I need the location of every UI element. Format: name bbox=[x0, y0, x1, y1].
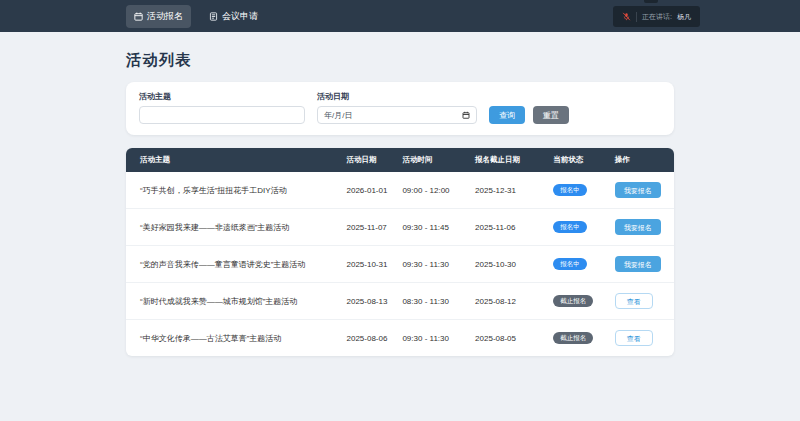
nav-tab-meeting-request[interactable]: 会议申请 bbox=[201, 5, 266, 28]
status-cell: 截止报名 bbox=[545, 320, 607, 357]
nav-tab-activity-signup[interactable]: 活动报名 bbox=[126, 5, 191, 28]
status-cell: 报名中 bbox=[545, 209, 607, 246]
nav-tab-label: 活动报名 bbox=[147, 10, 183, 23]
filter-panel: 活动主题 活动日期 年/月/日 查询 重置 bbox=[126, 82, 674, 135]
activity-date-cell: 2025-08-13 bbox=[338, 283, 394, 320]
column-header-4: 当前状态 bbox=[545, 148, 607, 172]
activity-topic-cell: “新时代成就我来赞——城市规划馆”主题活动 bbox=[126, 283, 338, 320]
status-cell: 报名中 bbox=[545, 172, 607, 209]
deadline-cell: 2025-08-12 bbox=[467, 283, 545, 320]
calendar-icon[interactable] bbox=[462, 111, 470, 119]
column-header-2: 活动时间 bbox=[394, 148, 467, 172]
date-filter-input[interactable]: 年/月/日 bbox=[317, 106, 477, 124]
column-header-0: 活动主题 bbox=[126, 148, 338, 172]
table-row: “党的声音我来传——童言童语讲党史”主题活动 2025-10-31 09:30 … bbox=[126, 246, 674, 283]
row-action-button[interactable]: 查看 bbox=[615, 330, 653, 346]
activity-time-cell: 09:30 - 11:30 bbox=[394, 246, 467, 283]
activity-time-cell: 09:00 - 12:00 bbox=[394, 172, 467, 209]
activity-date-cell: 2026-01-01 bbox=[338, 172, 394, 209]
table-row: “美好家园我来建——非遗纸浆画”主题活动 2025-11-07 09:30 - … bbox=[126, 209, 674, 246]
activity-time-cell: 08:30 - 11:30 bbox=[394, 283, 467, 320]
activity-time-cell: 09:30 - 11:45 bbox=[394, 209, 467, 246]
reset-button[interactable]: 重置 bbox=[533, 106, 569, 124]
deadline-cell: 2025-11-06 bbox=[467, 209, 545, 246]
activity-table-card: 活动主题活动日期活动时间报名截止日期当前状态操作 “巧手共创，乐享生活”扭扭花手… bbox=[126, 148, 674, 356]
topic-filter-label: 活动主题 bbox=[139, 91, 305, 102]
mic-off-icon bbox=[622, 12, 631, 21]
action-cell: 我要报名 bbox=[607, 209, 674, 246]
speaking-status-name: 杨凡 bbox=[677, 12, 691, 22]
query-button[interactable]: 查询 bbox=[489, 106, 525, 124]
activity-date-cell: 2025-08-06 bbox=[338, 320, 394, 357]
divider bbox=[636, 12, 637, 22]
deadline-cell: 2025-12-31 bbox=[467, 172, 545, 209]
status-badge: 报名中 bbox=[553, 184, 587, 196]
topic-filter-input[interactable] bbox=[139, 106, 305, 124]
status-badge: 报名中 bbox=[553, 221, 587, 233]
table-row: “巧手共创，乐享生活”扭扭花手工DIY活动 2026-01-01 09:00 -… bbox=[126, 172, 674, 209]
deadline-cell: 2025-10-30 bbox=[467, 246, 545, 283]
row-action-button[interactable]: 查看 bbox=[615, 293, 653, 309]
table-body: “巧手共创，乐享生活”扭扭花手工DIY活动 2026-01-01 09:00 -… bbox=[126, 172, 674, 356]
page-title: 活动列表 bbox=[126, 51, 674, 70]
activity-date-cell: 2025-11-07 bbox=[338, 209, 394, 246]
status-badge: 截止报名 bbox=[553, 332, 593, 344]
activity-topic-cell: “党的声音我来传——童言童语讲党史”主题活动 bbox=[126, 246, 338, 283]
date-filter-label: 活动日期 bbox=[317, 91, 477, 102]
status-cell: 报名中 bbox=[545, 246, 607, 283]
calendar-check-icon bbox=[134, 12, 143, 21]
activity-date-cell: 2025-10-31 bbox=[338, 246, 394, 283]
activity-table: 活动主题活动日期活动时间报名截止日期当前状态操作 “巧手共创，乐享生活”扭扭花手… bbox=[126, 148, 674, 356]
action-cell: 查看 bbox=[607, 320, 674, 357]
row-action-button[interactable]: 我要报名 bbox=[615, 256, 661, 272]
overlay-drag-handle[interactable] bbox=[644, 0, 658, 3]
table-row: “新时代成就我来赞——城市规划馆”主题活动 2025-08-13 08:30 -… bbox=[126, 283, 674, 320]
top-navbar: 活动报名 会议申请 正在讲话: 杨凡 bbox=[0, 0, 800, 32]
row-action-button[interactable]: 我要报名 bbox=[615, 219, 661, 235]
nav-tab-label: 会议申请 bbox=[222, 10, 258, 23]
column-header-1: 活动日期 bbox=[338, 148, 394, 172]
date-placeholder: 年/月/日 bbox=[324, 110, 352, 121]
column-header-3: 报名截止日期 bbox=[467, 148, 545, 172]
status-badge: 截止报名 bbox=[553, 295, 593, 307]
activity-time-cell: 09:30 - 11:30 bbox=[394, 320, 467, 357]
row-action-button[interactable]: 我要报名 bbox=[615, 182, 661, 198]
deadline-cell: 2025-08-05 bbox=[467, 320, 545, 357]
table-header-row: 活动主题活动日期活动时间报名截止日期当前状态操作 bbox=[126, 148, 674, 172]
activity-topic-cell: “巧手共创，乐享生活”扭扭花手工DIY活动 bbox=[126, 172, 338, 209]
speaking-status-label: 正在讲话: bbox=[642, 12, 672, 22]
activity-topic-cell: “中华文化传承——古法艾草膏”主题活动 bbox=[126, 320, 338, 357]
activity-topic-cell: “美好家园我来建——非遗纸浆画”主题活动 bbox=[126, 209, 338, 246]
action-cell: 我要报名 bbox=[607, 246, 674, 283]
speaking-status-widget: 正在讲话: 杨凡 bbox=[613, 6, 700, 27]
status-badge: 报名中 bbox=[553, 258, 587, 270]
meeting-request-icon bbox=[209, 12, 218, 21]
table-row: “中华文化传承——古法艾草膏”主题活动 2025-08-06 09:30 - 1… bbox=[126, 320, 674, 357]
status-cell: 截止报名 bbox=[545, 283, 607, 320]
column-header-5: 操作 bbox=[607, 148, 674, 172]
action-cell: 查看 bbox=[607, 283, 674, 320]
action-cell: 我要报名 bbox=[607, 172, 674, 209]
